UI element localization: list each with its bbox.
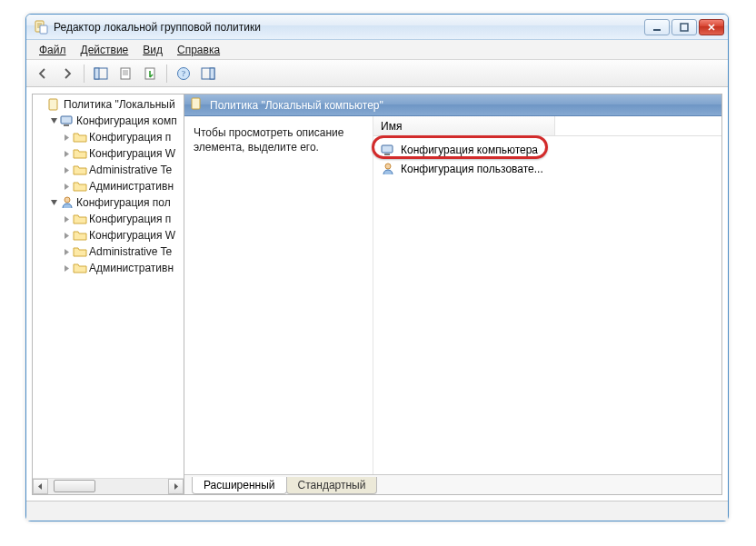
tree-panel: Политика "Локальный Конфигурация комп Ко… <box>32 94 184 495</box>
expand-icon[interactable] <box>60 229 73 242</box>
tree[interactable]: Политика "Локальный Конфигурация комп Ко… <box>33 94 184 478</box>
svg-rect-1 <box>40 25 47 34</box>
show-hide-tree-button[interactable] <box>90 63 112 84</box>
tree-label: Конфигурация W <box>89 147 175 160</box>
svg-rect-12 <box>49 99 57 110</box>
description-text: Чтобы просмотреть описание элемента, выд… <box>194 126 343 154</box>
window-controls <box>642 19 724 35</box>
list-body: Конфигурация компьютера Конфигурация пол… <box>373 136 721 474</box>
app-icon <box>34 20 48 35</box>
computer-icon <box>381 143 395 157</box>
back-button[interactable] <box>32 63 54 84</box>
tree-label: Конфигурация комп <box>76 114 177 127</box>
list-item-user-config[interactable]: Конфигурация пользовате... <box>373 159 721 178</box>
expand-icon[interactable] <box>60 245 73 258</box>
svg-rect-2 <box>653 29 661 31</box>
tree-item[interactable]: Конфигурация п <box>33 211 184 227</box>
gpedit-window: Редактор локальной групповой политики Фа… <box>25 14 729 521</box>
tree-item[interactable]: Administrative Te <box>33 162 184 178</box>
expand-icon[interactable] <box>60 180 73 193</box>
action-pane-button[interactable] <box>197 63 219 84</box>
maximize-button[interactable] <box>671 19 697 35</box>
computer-icon <box>60 114 75 128</box>
details-body: Чтобы просмотреть описание элемента, выд… <box>184 116 721 474</box>
tree-item[interactable]: Административн <box>33 260 184 276</box>
svg-rect-14 <box>64 124 69 126</box>
tree-horizontal-scrollbar[interactable] <box>33 478 184 494</box>
expand-icon[interactable] <box>60 147 73 160</box>
scroll-track[interactable] <box>48 479 168 494</box>
tree-user-config[interactable]: Конфигурация пол <box>33 194 184 211</box>
svg-rect-3 <box>681 24 688 31</box>
svg-rect-17 <box>382 145 393 153</box>
folder-icon <box>73 179 87 194</box>
collapse-icon[interactable] <box>47 196 60 209</box>
tree-item[interactable]: Конфигурация п <box>33 129 184 145</box>
toolbar-separator <box>166 65 167 83</box>
tab-label: Расширенный <box>204 479 275 491</box>
menu-file[interactable]: Файл <box>32 40 74 59</box>
tree-item[interactable]: Конфигурация W <box>33 145 184 162</box>
tree-label: Administrative Te <box>89 164 172 176</box>
help-button[interactable]: ? <box>173 63 194 84</box>
statusbar <box>26 501 728 521</box>
description-pane: Чтобы просмотреть описание элемента, выд… <box>184 116 373 474</box>
expand-icon[interactable] <box>60 164 73 176</box>
folder-icon <box>73 261 87 275</box>
tree-item[interactable]: Конфигурация W <box>33 227 184 243</box>
tree-computer-config[interactable]: Конфигурация комп <box>33 113 184 129</box>
tree-root[interactable]: Политика "Локальный <box>33 96 184 113</box>
menu-help[interactable]: Справка <box>170 40 227 59</box>
column-header-row: Имя <box>373 116 721 136</box>
menu-view[interactable]: Вид <box>135 40 170 59</box>
svg-rect-18 <box>384 154 390 155</box>
expand-icon[interactable] <box>60 262 73 274</box>
svg-text:?: ? <box>182 69 185 78</box>
tree-label: Административн <box>89 262 174 274</box>
blank-expander <box>35 98 47 111</box>
forward-button[interactable] <box>56 63 78 84</box>
policy-icon <box>47 97 62 112</box>
details-header: Политика "Локальный компьютер" <box>184 94 721 116</box>
user-icon <box>381 162 395 176</box>
folder-icon <box>73 130 87 144</box>
tree-label: Конфигурация п <box>89 213 171 225</box>
tab-standard[interactable]: Стандартный <box>286 477 378 494</box>
menu-action[interactable]: Действие <box>74 40 136 59</box>
scroll-right-button[interactable] <box>168 479 184 494</box>
expand-icon[interactable] <box>60 131 73 144</box>
view-tabs: Расширенный Стандартный <box>184 474 721 494</box>
collapse-icon[interactable] <box>47 114 60 127</box>
details-header-title: Политика "Локальный компьютер" <box>210 99 383 112</box>
svg-rect-13 <box>61 116 72 124</box>
scroll-left-button[interactable] <box>33 479 48 494</box>
menubar: Файл Действие Вид Справка <box>26 40 728 60</box>
svg-rect-6 <box>121 68 130 79</box>
folder-icon <box>73 212 87 226</box>
details-panel: Политика "Локальный компьютер" Чтобы про… <box>184 94 722 495</box>
list-item-computer-config[interactable]: Конфигурация компьютера <box>373 140 721 159</box>
close-button[interactable] <box>699 19 724 35</box>
column-name-label: Имя <box>381 120 402 133</box>
toolbar: ? <box>26 60 728 87</box>
tab-label: Стандартный <box>298 479 366 491</box>
column-name[interactable]: Имя <box>373 116 555 135</box>
export-list-button[interactable] <box>139 63 161 84</box>
tab-extended[interactable]: Расширенный <box>192 477 287 494</box>
svg-point-15 <box>65 197 70 203</box>
tree-label: Конфигурация W <box>89 229 175 242</box>
user-icon <box>60 195 75 210</box>
tree-label: Administrative Te <box>89 245 172 258</box>
folder-icon <box>73 146 87 161</box>
svg-rect-16 <box>192 98 200 109</box>
tree-item[interactable]: Administrative Te <box>33 243 184 260</box>
titlebar: Редактор локальной групповой политики <box>26 15 728 40</box>
tree-label: Политика "Локальный <box>64 98 175 111</box>
expand-icon[interactable] <box>60 213 73 225</box>
scroll-thumb[interactable] <box>54 480 95 492</box>
minimize-button[interactable] <box>644 19 670 35</box>
tree-item[interactable]: Административн <box>33 178 184 194</box>
toolbar-separator <box>84 65 85 83</box>
properties-button[interactable] <box>114 63 136 84</box>
list-pane: Имя Конфигурация компьютера Конфигурация… <box>373 116 721 474</box>
